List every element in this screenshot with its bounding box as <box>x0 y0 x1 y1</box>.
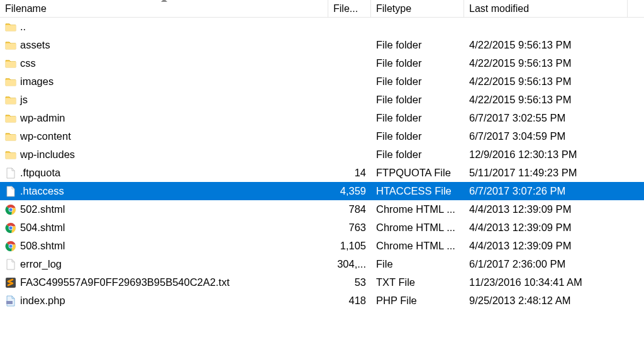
cell-last-modified: 11/23/2016 10:34:41 AM <box>464 273 628 292</box>
cell-last-modified: 4/22/2015 9:56:13 PM <box>464 91 628 109</box>
cell-last-modified: 6/7/2017 3:07:26 PM <box>464 182 628 200</box>
cell-filesize <box>328 109 371 127</box>
cell-filesize: 4,359 <box>328 182 371 200</box>
cell-filesize <box>328 36 371 54</box>
cell-filename: css <box>0 54 328 72</box>
table-row[interactable]: .. <box>0 18 644 36</box>
column-header-last-modified[interactable]: Last modified <box>464 0 628 17</box>
cell-filetype <box>371 18 464 36</box>
cell-filename: images <box>0 72 328 91</box>
filename-text: error_log <box>20 258 62 270</box>
table-row[interactable]: wp-adminFile folder6/7/2017 3:02:55 PM <box>0 109 644 127</box>
folder-icon <box>5 58 16 69</box>
cell-last-modified: 6/7/2017 3:04:59 PM <box>464 127 628 145</box>
cell-filesize: 763 <box>328 218 371 237</box>
cell-last-modified: 6/1/2017 2:36:00 PM <box>464 255 628 273</box>
svg-rect-4 <box>6 98 16 104</box>
svg-point-13 <box>9 226 12 229</box>
cell-filetype: File folder <box>371 54 464 72</box>
folder-icon <box>5 21 16 33</box>
filename-text: .. <box>20 21 26 33</box>
cell-filetype: File folder <box>371 72 464 91</box>
cell-filesize <box>328 91 371 109</box>
svg-rect-0 <box>6 25 16 31</box>
cell-filesize: 784 <box>328 200 371 218</box>
cell-last-modified <box>464 18 628 36</box>
table-row[interactable]: error_log304,...File6/1/2017 2:36:00 PM <box>0 255 644 273</box>
svg-rect-6 <box>6 135 16 140</box>
filename-text: assets <box>20 39 50 51</box>
cell-filesize: 304,... <box>328 255 371 273</box>
cell-filetype: File folder <box>371 36 464 54</box>
cell-filename: 504.shtml <box>0 218 328 237</box>
filename-text: js <box>20 94 28 106</box>
filename-text: .ftpquota <box>20 167 60 179</box>
table-row[interactable]: wp-includesFile folder12/9/2016 12:30:13… <box>0 145 644 164</box>
folder-icon <box>5 40 16 51</box>
table-row[interactable]: .htaccess4,359HTACCESS File6/7/2017 3:07… <box>0 182 644 200</box>
file-icon <box>5 167 16 179</box>
filename-text: 508.shtml <box>20 240 65 252</box>
cell-last-modified: 4/4/2013 12:39:09 PM <box>464 200 628 218</box>
svg-point-16 <box>9 244 12 247</box>
table-row[interactable]: .ftpquota14FTPQUOTA File5/11/2017 11:49:… <box>0 164 644 182</box>
filename-text: .htaccess <box>20 185 64 197</box>
table-row[interactable]: imagesFile folder4/22/2015 9:56:13 PM <box>0 72 644 91</box>
cell-filesize <box>328 18 371 36</box>
cell-filename: js <box>0 91 328 109</box>
table-row[interactable]: index.php418PHP File9/25/2013 2:48:12 AM <box>0 292 644 310</box>
svg-rect-2 <box>6 62 16 67</box>
cell-filename: wp-includes <box>0 145 328 164</box>
filename-text: wp-content <box>20 130 71 142</box>
column-header-row: Filename File... Filetype Last modified <box>0 0 644 18</box>
table-row[interactable]: assetsFile folder4/22/2015 9:56:13 PM <box>0 36 644 54</box>
cell-filename: wp-admin <box>0 109 328 127</box>
cell-filename: 508.shtml <box>0 237 328 255</box>
folder-icon <box>5 131 16 142</box>
file-icon <box>5 186 16 197</box>
table-row[interactable]: 504.shtml763Chrome HTML ...4/4/2013 12:3… <box>0 218 644 237</box>
cell-filetype: HTACCESS File <box>371 182 464 200</box>
svg-rect-18 <box>6 301 13 304</box>
cell-last-modified: 4/4/2013 12:39:09 PM <box>464 237 628 255</box>
column-header-filetype[interactable]: Filetype <box>371 0 464 17</box>
filename-text: images <box>20 76 53 88</box>
cell-filename: wp-content <box>0 127 328 145</box>
cell-filetype: PHP File <box>371 292 464 310</box>
svg-point-10 <box>9 208 12 211</box>
cell-filetype: Chrome HTML ... <box>371 218 464 237</box>
cell-filename: .ftpquota <box>0 164 328 182</box>
column-header-filesize[interactable]: File... <box>328 0 371 17</box>
cell-filename: .htaccess <box>0 182 328 200</box>
filename-text: 502.shtml <box>20 203 65 215</box>
table-row[interactable]: jsFile folder4/22/2015 9:56:13 PM <box>0 91 644 109</box>
cell-last-modified: 4/22/2015 9:56:13 PM <box>464 72 628 91</box>
table-row[interactable]: FA3C499557A9F0FF29693B95B540C2A2.txt53TX… <box>0 273 644 292</box>
cell-filetype: Chrome HTML ... <box>371 200 464 218</box>
filename-text: 504.shtml <box>20 222 65 234</box>
cell-filetype: File folder <box>371 127 464 145</box>
cell-filename: index.php <box>0 292 328 310</box>
table-row[interactable]: wp-contentFile folder6/7/2017 3:04:59 PM <box>0 127 644 145</box>
folder-icon <box>5 76 16 88</box>
column-header-filename[interactable]: Filename <box>0 0 328 17</box>
cell-filename: FA3C499557A9F0FF29693B95B540C2A2.txt <box>0 273 328 292</box>
chrome-icon <box>5 241 16 252</box>
table-row[interactable]: 508.shtml1,105Chrome HTML ...4/4/2013 12… <box>0 237 644 255</box>
cell-filesize <box>328 54 371 72</box>
php-icon <box>5 295 16 307</box>
filename-text: wp-admin <box>20 112 65 124</box>
file-icon <box>5 259 16 270</box>
cell-filename: .. <box>0 18 328 36</box>
filename-text: index.php <box>20 295 65 307</box>
cell-filetype: Chrome HTML ... <box>371 237 464 255</box>
sublime-icon <box>5 277 16 288</box>
cell-last-modified: 4/22/2015 9:56:13 PM <box>464 36 628 54</box>
cell-filetype: File folder <box>371 91 464 109</box>
table-row[interactable]: 502.shtml784Chrome HTML ...4/4/2013 12:3… <box>0 200 644 218</box>
table-row[interactable]: cssFile folder4/22/2015 9:56:13 PM <box>0 54 644 72</box>
file-list-table: Filename File... Filetype Last modified … <box>0 0 644 310</box>
cell-filetype: FTPQUOTA File <box>371 164 464 182</box>
svg-rect-3 <box>6 80 16 86</box>
chrome-icon <box>5 222 16 234</box>
